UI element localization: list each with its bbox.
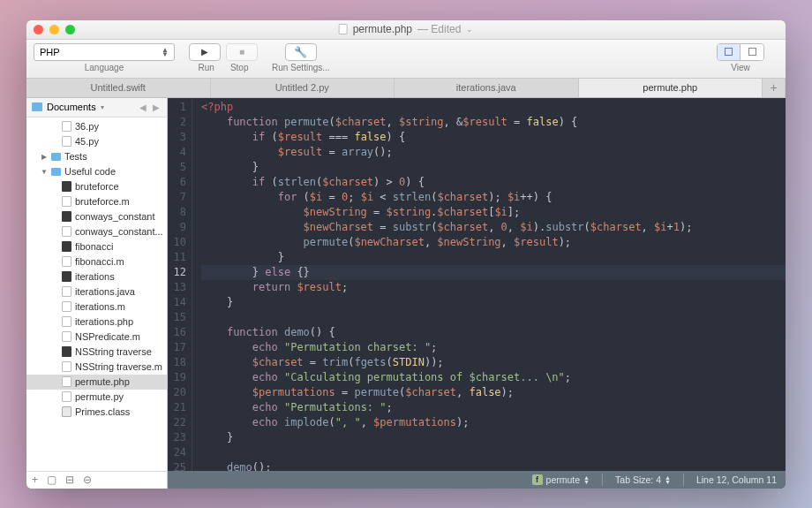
line-number[interactable]: 4 xyxy=(168,145,186,160)
tree-item[interactable]: bruteforce.m xyxy=(26,194,167,209)
tab-permute-php[interactable]: permute.php xyxy=(579,79,763,97)
filter-icon[interactable]: ⊖ xyxy=(83,474,92,486)
code-line[interactable]: $result = array(); xyxy=(201,145,786,160)
tree-item[interactable]: iterations.java xyxy=(26,284,167,299)
line-number[interactable]: 20 xyxy=(168,385,186,400)
code-line[interactable]: permute($newCharset, $newString, $result… xyxy=(201,235,786,250)
view-panel-icon[interactable] xyxy=(741,44,763,60)
tree-item[interactable]: fibonacci xyxy=(26,239,167,254)
code-line[interactable]: } xyxy=(201,430,786,445)
code-line[interactable]: $permutations = permute($charset, false)… xyxy=(201,385,786,400)
tree-item[interactable]: Primes.class xyxy=(26,405,167,420)
line-number[interactable]: 3 xyxy=(168,130,186,145)
run-button[interactable]: ▶ xyxy=(189,43,221,61)
line-number[interactable]: 8 xyxy=(168,205,186,220)
code-line[interactable]: if (strlen($charset) > 0) { xyxy=(201,175,786,190)
line-number[interactable]: 16 xyxy=(168,325,186,340)
line-number[interactable]: 22 xyxy=(168,415,186,430)
code-line[interactable]: return $result; xyxy=(201,280,786,295)
code-line[interactable]: } xyxy=(201,250,786,265)
code-line[interactable]: echo "Calculating permutations of $chars… xyxy=(201,370,786,385)
tree-item[interactable]: iterations xyxy=(26,269,167,284)
tree-item[interactable]: 36.py xyxy=(26,119,167,134)
line-number[interactable]: 18 xyxy=(168,355,186,370)
stop-button[interactable]: ■ xyxy=(226,43,258,61)
code-line[interactable]: $newCharset = substr($charset, 0, $i).su… xyxy=(201,220,786,235)
close-icon[interactable] xyxy=(34,25,43,34)
run-settings-button[interactable]: 🔧 xyxy=(285,43,317,61)
symbol-picker[interactable]: f permute ▲▼ xyxy=(532,474,590,485)
code-line[interactable]: demo(); xyxy=(201,460,786,471)
code-line[interactable]: echo "Permutations: "; xyxy=(201,400,786,415)
disclosure-icon[interactable]: ▼ xyxy=(41,168,48,176)
tab-Untitled-swift[interactable]: Untitled.swift xyxy=(26,79,211,97)
line-number[interactable]: 2 xyxy=(168,115,186,130)
action-icon[interactable]: ⊟ xyxy=(65,474,74,486)
line-number[interactable]: 6 xyxy=(168,175,186,190)
tree-item[interactable]: iterations.php xyxy=(26,315,167,330)
line-number[interactable]: 11 xyxy=(168,250,186,265)
code-line[interactable]: $charset = trim(fgets(STDIN)); xyxy=(201,355,786,370)
tab-Untitled-2-py[interactable]: Untitled 2.py xyxy=(211,79,395,97)
add-icon[interactable]: + xyxy=(32,474,38,486)
code-line[interactable]: echo "Permutation charset: "; xyxy=(201,340,786,355)
code-line[interactable]: } xyxy=(201,160,786,175)
line-number[interactable]: 21 xyxy=(168,400,186,415)
tab-iterations-java[interactable]: iterations.java xyxy=(395,79,579,97)
line-number[interactable]: 7 xyxy=(168,190,186,205)
line-number[interactable]: 12 xyxy=(168,265,186,280)
titlebar[interactable]: permute.php — Edited ⌄ xyxy=(26,20,786,40)
tree-item[interactable]: iterations.m xyxy=(26,299,167,315)
tree-item[interactable]: bruteforce xyxy=(26,179,167,194)
line-number[interactable]: 23 xyxy=(168,430,186,445)
tree-item[interactable]: conways_constant xyxy=(26,209,167,224)
tree-item[interactable]: NSString traverse.m xyxy=(26,360,167,375)
code-line[interactable]: } xyxy=(201,295,786,310)
sidebar-header[interactable]: Documents ▾ ◀ ▶ xyxy=(26,98,167,118)
chevron-down-icon[interactable]: ⌄ xyxy=(466,25,473,34)
code-line[interactable]: <?php xyxy=(201,100,786,115)
tree-item[interactable]: NSString traverse xyxy=(26,345,167,360)
code-line[interactable] xyxy=(201,445,786,460)
tree-item[interactable]: NSPredicate.m xyxy=(26,330,167,345)
line-gutter[interactable]: 1234567891011121314151617181920212223242… xyxy=(168,98,192,471)
tree-item[interactable]: ▶Tests xyxy=(26,149,167,164)
code-line[interactable] xyxy=(201,310,786,325)
tree-item[interactable]: permute.php xyxy=(26,375,167,390)
view-sidebar-icon[interactable] xyxy=(718,44,741,60)
add-tab-button[interactable]: + xyxy=(763,79,786,97)
code-content[interactable]: <?php function permute($charset, $string… xyxy=(192,98,786,471)
tree-item[interactable]: fibonacci.m xyxy=(26,254,167,269)
line-number[interactable]: 10 xyxy=(168,235,186,250)
line-number[interactable]: 13 xyxy=(168,280,186,295)
code-line[interactable]: function demo() { xyxy=(201,325,786,340)
line-number[interactable]: 19 xyxy=(168,370,186,385)
code-line[interactable]: $newString = $string.$charset[$i]; xyxy=(201,205,786,220)
line-number[interactable]: 24 xyxy=(168,445,186,460)
new-folder-icon[interactable]: ▢ xyxy=(47,474,56,486)
line-number[interactable]: 14 xyxy=(168,295,186,310)
line-number[interactable]: 17 xyxy=(168,340,186,355)
line-number[interactable]: 5 xyxy=(168,160,186,175)
line-number[interactable]: 15 xyxy=(168,310,186,325)
line-number[interactable]: 9 xyxy=(168,220,186,235)
code-line[interactable]: echo implode(", ", $permutations); xyxy=(201,415,786,430)
zoom-icon[interactable] xyxy=(65,25,75,34)
tab-size[interactable]: Tab Size: 4 ▲▼ xyxy=(615,474,671,485)
minimize-icon[interactable] xyxy=(49,25,59,34)
code-line[interactable]: function permute($charset, $string, &$re… xyxy=(201,115,786,130)
tree-item[interactable]: permute.py xyxy=(26,390,167,405)
tree-item[interactable]: ▼Useful code xyxy=(26,164,167,179)
code-line[interactable]: if ($result === false) { xyxy=(201,130,786,145)
view-segmented[interactable] xyxy=(717,43,764,61)
sidebar-nav[interactable]: ◀ ▶ xyxy=(139,102,162,112)
tree-item[interactable]: 45.py xyxy=(26,134,167,149)
code-line[interactable]: } else {} xyxy=(201,265,786,280)
tree-item[interactable]: conways_constant... xyxy=(26,224,167,239)
line-number[interactable]: 25 xyxy=(168,460,186,471)
code-line[interactable]: for ($i = 0; $i < strlen($charset); $i++… xyxy=(201,190,786,205)
file-tree[interactable]: 36.py45.py▶Tests▼Useful codebruteforcebr… xyxy=(26,118,167,471)
disclosure-icon[interactable]: ▶ xyxy=(41,153,48,161)
line-number[interactable]: 1 xyxy=(168,100,186,115)
language-select[interactable]: PHP ▲▼ xyxy=(34,43,175,61)
